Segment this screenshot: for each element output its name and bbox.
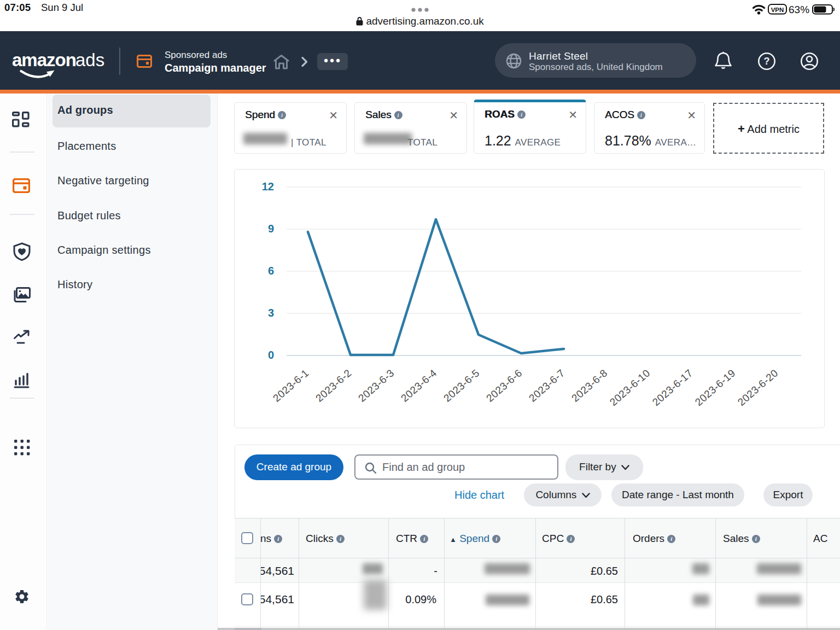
svg-text:2023-6-19: 2023-6-19: [693, 367, 738, 408]
svg-text:2023-6-17: 2023-6-17: [650, 367, 695, 408]
svg-text:amazon: amazon: [12, 50, 76, 70]
svg-text:?: ?: [764, 56, 770, 67]
svg-text:2023-6-7: 2023-6-7: [527, 367, 567, 404]
svg-text:2023-6-1: 2023-6-1: [271, 367, 311, 404]
svg-text:2023-6-3: 2023-6-3: [356, 367, 396, 404]
svg-text:2023-6-8: 2023-6-8: [569, 367, 610, 404]
svg-text:VPN: VPN: [771, 7, 784, 13]
svg-text:63%: 63%: [789, 4, 809, 15]
svg-text:2023-6-20: 2023-6-20: [736, 367, 780, 408]
svg-text:ads: ads: [75, 50, 104, 70]
svg-text:6: 6: [268, 265, 274, 277]
svg-text:2023-6-4: 2023-6-4: [399, 367, 439, 404]
svg-text:2023-6-2: 2023-6-2: [313, 367, 354, 404]
svg-text:12: 12: [262, 180, 274, 192]
svg-text:3: 3: [268, 307, 274, 319]
svg-text:2023-6-5: 2023-6-5: [441, 367, 482, 404]
svg-text:9: 9: [268, 223, 274, 235]
svg-text:2023-6-6: 2023-6-6: [484, 367, 524, 404]
svg-text:0: 0: [268, 349, 274, 361]
svg-text:2023-6-10: 2023-6-10: [608, 367, 652, 408]
